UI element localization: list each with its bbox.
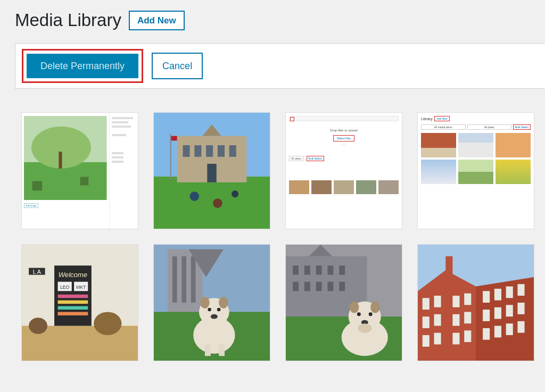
thumbnail-bulldog-building-icon <box>286 245 402 361</box>
svg-rect-41 <box>191 256 196 303</box>
svg-rect-63 <box>327 282 333 291</box>
svg-rect-86 <box>452 314 459 326</box>
thumbnail-brick-building-icon <box>418 245 534 361</box>
cancel-button[interactable]: Cancel <box>152 53 203 79</box>
svg-rect-89 <box>464 330 471 342</box>
edit-image-chip: Edit Image <box>24 203 38 208</box>
svg-rect-13 <box>229 145 236 157</box>
svg-rect-58 <box>327 265 333 274</box>
thumbnail-upload-screen-icon: Drop files to upload Select Files ─── Al… <box>286 113 402 229</box>
svg-rect-84 <box>452 296 459 307</box>
svg-rect-16 <box>170 134 171 180</box>
svg-point-48 <box>208 308 211 312</box>
svg-rect-81 <box>434 314 441 326</box>
svg-point-19 <box>213 198 222 207</box>
svg-rect-40 <box>181 256 186 303</box>
svg-rect-101 <box>517 321 524 333</box>
svg-point-74 <box>358 323 371 332</box>
svg-rect-100 <box>506 323 513 335</box>
svg-point-72 <box>369 312 373 316</box>
thumbnail-market-sign-icon: Welcome LEO MKT L A <box>22 245 138 361</box>
svg-point-49 <box>217 308 221 312</box>
svg-rect-4 <box>32 181 43 191</box>
svg-rect-51 <box>205 344 211 356</box>
svg-rect-94 <box>483 310 490 321</box>
svg-rect-79 <box>434 296 441 307</box>
svg-rect-29 <box>58 295 88 298</box>
svg-rect-80 <box>423 316 430 328</box>
svg-rect-10 <box>194 145 201 157</box>
svg-rect-32 <box>58 312 88 315</box>
svg-rect-61 <box>304 282 310 291</box>
svg-rect-97 <box>517 303 524 314</box>
media-grid: Edit Image <box>15 112 545 361</box>
svg-rect-62 <box>316 282 322 291</box>
svg-rect-64 <box>339 282 345 291</box>
thumbnail-bulldog-icon <box>154 245 270 361</box>
svg-point-47 <box>219 297 228 308</box>
svg-rect-93 <box>517 284 524 296</box>
svg-rect-60 <box>293 282 299 291</box>
thumbnail-library-grid-icon: Library Add New All media items All date… <box>418 113 534 229</box>
svg-point-70 <box>370 302 379 313</box>
media-item[interactable] <box>153 244 270 361</box>
svg-rect-56 <box>304 265 310 274</box>
svg-rect-55 <box>293 265 299 274</box>
svg-point-34 <box>29 318 47 334</box>
svg-rect-39 <box>172 256 177 303</box>
svg-point-33 <box>94 312 121 335</box>
svg-point-50 <box>211 314 218 319</box>
svg-rect-91 <box>494 289 501 301</box>
svg-rect-7 <box>154 177 270 229</box>
media-library-page: Media Library Add New Delete Permanently… <box>0 0 545 361</box>
page-title: Media Library <box>15 11 121 30</box>
delete-highlight-box: Delete Permanently <box>22 49 143 83</box>
svg-text:Welcome: Welcome <box>59 271 87 279</box>
media-item[interactable] <box>153 112 270 229</box>
media-item[interactable]: Drop files to upload Select Files ─── Al… <box>285 112 402 229</box>
svg-rect-3 <box>59 152 62 169</box>
delete-permanently-button[interactable]: Delete Permanently <box>27 54 138 78</box>
svg-text:MKT: MKT <box>76 285 86 290</box>
thumbnail-attachment-details-icon: Edit Image <box>22 113 138 229</box>
svg-rect-99 <box>494 326 501 338</box>
media-item[interactable]: Welcome LEO MKT L A <box>21 244 138 361</box>
svg-rect-12 <box>218 145 225 157</box>
page-header: Media Library Add New <box>15 11 545 30</box>
svg-rect-88 <box>452 333 459 345</box>
svg-point-20 <box>232 190 238 197</box>
svg-rect-82 <box>423 335 430 347</box>
svg-rect-78 <box>423 298 430 310</box>
svg-text:LEO: LEO <box>60 285 70 290</box>
media-item[interactable] <box>417 244 534 361</box>
add-new-button[interactable]: Add New <box>129 11 185 30</box>
svg-rect-87 <box>464 312 471 323</box>
svg-rect-98 <box>483 328 490 340</box>
bulk-action-bar: Delete Permanently Cancel <box>15 43 545 89</box>
svg-rect-90 <box>483 291 490 303</box>
svg-rect-11 <box>206 145 213 157</box>
svg-point-69 <box>350 302 359 313</box>
svg-rect-31 <box>58 306 88 310</box>
svg-rect-95 <box>494 307 501 319</box>
svg-rect-83 <box>434 333 441 345</box>
media-item[interactable]: Library Add New All media items All date… <box>417 112 534 229</box>
media-item[interactable]: Edit Image <box>21 112 138 229</box>
thumbnail-campus-building-icon <box>154 113 270 229</box>
svg-rect-57 <box>316 265 322 274</box>
svg-rect-30 <box>58 301 88 304</box>
svg-rect-92 <box>506 286 513 298</box>
svg-rect-9 <box>183 145 190 157</box>
svg-point-18 <box>190 191 199 201</box>
svg-point-46 <box>200 297 209 308</box>
svg-rect-59 <box>339 265 345 274</box>
svg-point-71 <box>357 312 361 316</box>
svg-rect-96 <box>506 305 513 316</box>
svg-rect-5 <box>80 177 89 186</box>
svg-rect-14 <box>207 164 216 182</box>
svg-rect-52 <box>219 344 225 356</box>
svg-rect-17 <box>171 136 177 141</box>
svg-text:L A: L A <box>33 269 42 275</box>
svg-rect-85 <box>464 294 471 305</box>
media-item[interactable] <box>285 244 402 361</box>
